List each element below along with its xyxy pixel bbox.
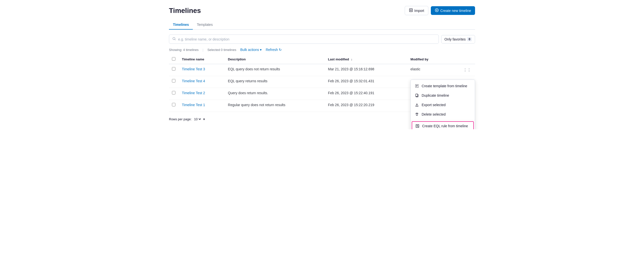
refresh-button[interactable]: Refresh ↻	[266, 48, 282, 52]
timeline-last-modified-cell: Mar 21, 2023 @ 15:16:12.698	[325, 64, 408, 76]
dropdown-item-create_eql[interactable]: Create EQL rule from timeline	[412, 121, 474, 129]
svg-rect-5	[416, 94, 418, 96]
dropdown-menu: Create template from timelineDuplicate t…	[410, 80, 475, 129]
trash-icon	[415, 112, 419, 116]
rows-per-page-label: Rows per page:	[169, 117, 192, 121]
chevron-down-icon-rows: ▾	[203, 117, 205, 121]
col-last-modified: Last modified ↓	[325, 55, 408, 64]
copy-icon	[415, 93, 419, 98]
row-checkbox-col	[169, 76, 179, 88]
timeline-name-link[interactable]: Timeline Test 4	[182, 79, 205, 83]
toolbar: Showing: 4 timelines | Selected 0 timeli…	[169, 48, 475, 52]
row-checkbox-col	[169, 88, 179, 100]
timeline-actions-cell: ⋮⋮	[445, 64, 475, 76]
col-description: Description	[225, 55, 325, 64]
dropdown-label-duplicate: Duplicate timeline	[422, 94, 449, 98]
plus-circle-icon	[435, 8, 439, 13]
timeline-description-cell: EQL query returns results	[225, 76, 325, 88]
showing-count: Showing: 4 timelines	[169, 48, 198, 52]
search-row: Only favorites 0	[169, 34, 475, 44]
search-box	[169, 34, 439, 44]
row-checkbox-0[interactable]	[172, 67, 176, 70]
row-checkbox-2[interactable]	[172, 91, 176, 94]
bulk-actions-button[interactable]: Bulk actions ▾	[240, 48, 262, 52]
create-timeline-label: Create new timeline	[440, 9, 471, 13]
chevron-down-icon: ▾	[260, 48, 262, 52]
col-actions	[445, 55, 475, 64]
dropdown-item-create_template[interactable]: Create template from timeline	[411, 81, 475, 91]
dropdown-item-export[interactable]: Export selected	[411, 100, 475, 110]
tab-templates[interactable]: Templates	[193, 20, 217, 30]
select-all-col	[169, 55, 179, 64]
select-all-checkbox[interactable]	[172, 57, 176, 61]
col-modified-by: Modified by	[408, 55, 445, 64]
timeline-name-link[interactable]: Timeline Test 3	[182, 67, 205, 71]
row-checkbox-3[interactable]	[172, 103, 176, 106]
row-actions: ⋮⋮	[448, 67, 472, 73]
only-favorites-label: Only favorites	[444, 37, 466, 41]
tabs: Timelines Templates	[169, 20, 475, 30]
export-icon	[415, 103, 419, 107]
template-icon	[415, 84, 419, 88]
svg-rect-3	[416, 84, 418, 88]
svg-rect-6	[416, 124, 419, 128]
row-checkbox-col	[169, 64, 179, 76]
bulk-actions-label: Bulk actions	[240, 48, 259, 52]
dropdown-item-duplicate[interactable]: Duplicate timeline	[411, 91, 475, 100]
dropdown-label-delete: Delete selected	[422, 112, 446, 116]
more-actions-button[interactable]: ⋮⋮	[462, 67, 472, 73]
sort-icon: ↓	[351, 58, 352, 61]
toolbar-divider: |	[202, 48, 203, 52]
only-favorites-button[interactable]: Only favorites 0	[441, 35, 475, 44]
import-button[interactable]: Import	[405, 6, 428, 15]
timeline-name-cell: Timeline Test 1	[179, 100, 225, 112]
dropdown-label-export: Export selected	[422, 103, 446, 107]
search-icon	[172, 37, 176, 42]
table-row: Timeline Test 3EQL query does not return…	[169, 64, 475, 76]
timeline-name-link[interactable]: Timeline Test 2	[182, 91, 205, 95]
timeline-description-cell: Regular query does not return results	[225, 100, 325, 112]
import-label: Import	[414, 9, 424, 13]
timeline-name-link[interactable]: Timeline Test 1	[182, 103, 205, 107]
selected-count: Selected 0 timelines	[208, 48, 236, 52]
timeline-description-cell: Query does return results.	[225, 88, 325, 100]
favorites-count: 0	[467, 37, 472, 41]
refresh-label: Refresh	[266, 48, 278, 52]
refresh-icon: ↻	[279, 48, 282, 52]
import-icon	[409, 8, 413, 13]
rows-per-page: Rows per page: 10 25 50 ▾	[169, 117, 205, 121]
timeline-name-cell: Timeline Test 3	[179, 64, 225, 76]
search-input[interactable]	[178, 37, 436, 41]
create-timeline-button[interactable]: Create new timeline	[431, 6, 475, 15]
timeline-last-modified-cell: Feb 26, 2023 @ 15:22:20.219	[325, 100, 408, 112]
page-title: Timelines	[169, 7, 201, 15]
dropdown-label-create_template: Create template from timeline	[422, 84, 467, 88]
timeline-name-cell: Timeline Test 4	[179, 76, 225, 88]
timeline-last-modified-cell: Feb 26, 2023 @ 15:22:40.191	[325, 88, 408, 100]
header-actions: Import Create new timeline	[405, 6, 475, 15]
timeline-last-modified-cell: Feb 26, 2023 @ 15:32:01.431	[325, 76, 408, 88]
row-checkbox-1[interactable]	[172, 79, 176, 82]
timeline-name-cell: Timeline Test 2	[179, 88, 225, 100]
dropdown-item-delete[interactable]: Delete selected	[411, 110, 475, 119]
eql-icon	[415, 124, 420, 128]
dropdown-label-create_eql: Create EQL rule from timeline	[422, 124, 468, 128]
rows-per-page-select[interactable]: 10 25 50	[193, 117, 202, 121]
tab-timelines[interactable]: Timelines	[169, 20, 193, 30]
timeline-modified-by-cell: elastic	[408, 64, 445, 76]
timeline-description-cell: EQL query does not return results	[225, 64, 325, 76]
col-name: Timeline name	[179, 55, 225, 64]
row-checkbox-col	[169, 100, 179, 112]
